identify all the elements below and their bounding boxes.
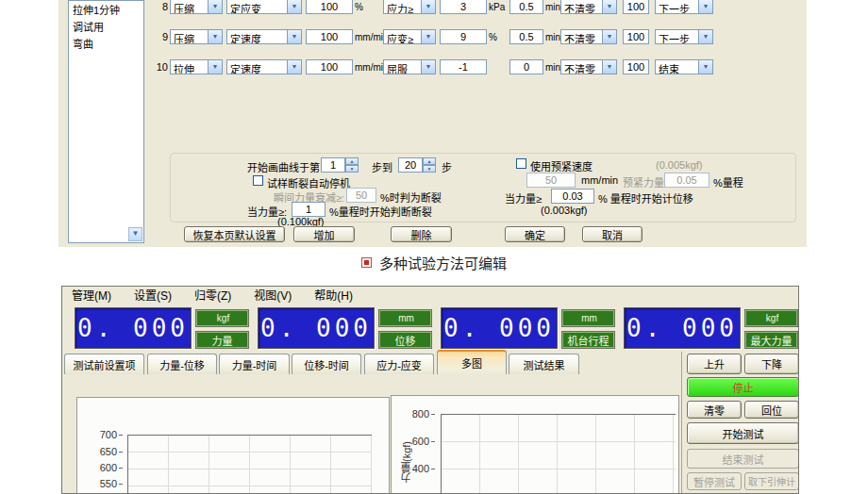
tab-displacement-time[interactable]: 位移-时间 bbox=[292, 354, 361, 374]
condition-select[interactable]: 应力≥▼ bbox=[383, 0, 436, 14]
speed-unit: mm/min bbox=[353, 62, 383, 73]
step-row: 9 压缩▼ 定速度▼ mm/min 应变≥▼ % min 不清零▼ 下一步▼ bbox=[151, 29, 774, 44]
mode-value: 压缩 bbox=[171, 30, 208, 43]
draw-from-label: 开始画曲线于第 bbox=[247, 159, 320, 174]
tab-test-results[interactable]: 测试结果 bbox=[509, 354, 579, 374]
chevron-down-icon: ▼ bbox=[698, 0, 712, 13]
start-test-button[interactable]: 开始测试 bbox=[687, 422, 799, 444]
tab-force-displacement[interactable]: 力量-位移 bbox=[147, 354, 217, 374]
control-select[interactable]: 定速度▼ bbox=[226, 59, 302, 74]
condition-select[interactable]: 屈服▼ bbox=[383, 59, 436, 74]
method-list-item[interactable]: 调试用 bbox=[69, 18, 143, 35]
preload-speed-input[interactable] bbox=[526, 173, 576, 188]
travel-unit-badge: mm bbox=[562, 310, 614, 326]
tab-stress-strain[interactable]: 应力-应变 bbox=[364, 354, 434, 374]
hold-time-input[interactable] bbox=[509, 59, 543, 74]
control-value: 定速度 bbox=[227, 30, 287, 43]
control-select[interactable]: 定速度▼ bbox=[226, 29, 302, 44]
control-value: 定速度 bbox=[227, 60, 287, 74]
hold-time-input[interactable] bbox=[509, 29, 543, 44]
condition-select[interactable]: 应变≥▼ bbox=[383, 29, 436, 44]
page: 拉伸1分钟 调试用 弯曲 ▼ 8 压缩▼ 定应变▼ % 应力≥▼ kPa min… bbox=[0, 0, 868, 494]
speed-unit: % bbox=[353, 2, 383, 12]
tab-pre-test-settings[interactable]: 测试前设置项 bbox=[64, 354, 144, 374]
mode-select[interactable]: 压缩▼ bbox=[170, 0, 223, 14]
draw-to-input[interactable] bbox=[398, 157, 423, 173]
zero-mode-value: 不清零 bbox=[561, 0, 602, 13]
tab-multi-chart[interactable]: 多图 bbox=[437, 350, 507, 374]
draw-from-input[interactable] bbox=[321, 157, 345, 173]
zero-mode-select[interactable]: 不清零▼ bbox=[560, 0, 617, 14]
decay-input[interactable] bbox=[346, 188, 376, 203]
pause-test-button[interactable]: 暂停测试 bbox=[687, 472, 742, 490]
break-stop-checkbox[interactable] bbox=[253, 175, 263, 186]
draw-to-spinner[interactable]: ▲▼ bbox=[423, 157, 436, 173]
mode-select[interactable]: 拉伸▼ bbox=[170, 59, 223, 74]
add-button[interactable]: 增加 bbox=[293, 226, 355, 242]
draw-from-spinner[interactable]: ▲▼ bbox=[345, 157, 359, 173]
method-list-item[interactable]: 弯曲 bbox=[69, 35, 143, 52]
chevron-down-icon: ▼ bbox=[698, 60, 712, 74]
range-input[interactable] bbox=[623, 29, 649, 44]
zero-mode-select[interactable]: 不清零▼ bbox=[560, 59, 617, 74]
condition-value-input[interactable] bbox=[440, 29, 487, 44]
scroll-down-button[interactable]: ▼ bbox=[128, 227, 142, 241]
preload-speed-checkbox[interactable] bbox=[516, 158, 526, 169]
draw-step-label: 步 bbox=[442, 159, 452, 174]
speed-input[interactable] bbox=[306, 59, 353, 74]
next-action-select[interactable]: 下一步▼ bbox=[655, 29, 713, 44]
chevron-down-icon: ▼ bbox=[287, 60, 301, 74]
next-action-select[interactable]: 结束▼ bbox=[655, 59, 713, 74]
chevron-down-icon: ▼ bbox=[698, 30, 712, 43]
disp-force-label: 当力量≥ bbox=[505, 190, 542, 206]
condition-value-input[interactable] bbox=[440, 59, 487, 74]
ok-button[interactable]: 确定 bbox=[505, 226, 565, 242]
range-input[interactable] bbox=[623, 0, 649, 14]
chevron-down-icon: ▼ bbox=[208, 30, 222, 43]
spinner-up-icon[interactable]: ▲ bbox=[423, 157, 436, 165]
cancel-button[interactable]: 取消 bbox=[582, 226, 643, 242]
menu-manage[interactable]: 管理(M) bbox=[62, 287, 125, 303]
menu-settings[interactable]: 设置(S) bbox=[125, 287, 185, 303]
spinner-down-icon[interactable]: ▼ bbox=[345, 165, 359, 173]
restore-defaults-button[interactable]: 恢复本页默认设置 bbox=[184, 226, 285, 242]
preload-force-input[interactable] bbox=[664, 173, 709, 188]
delete-button[interactable]: 删除 bbox=[391, 226, 452, 242]
zero-mode-select[interactable]: 不清零▼ bbox=[560, 29, 617, 44]
speed-input[interactable] bbox=[306, 0, 353, 14]
spinner-down-icon[interactable]: ▼ bbox=[423, 165, 436, 173]
condition-unit: % bbox=[487, 32, 509, 42]
up-button[interactable]: 上升 bbox=[687, 354, 742, 374]
speed-unit: mm/min bbox=[353, 32, 383, 42]
zero-button[interactable]: 清零 bbox=[687, 401, 742, 419]
disp-force-input[interactable] bbox=[551, 189, 594, 204]
displacement-display: 0. 000 bbox=[258, 307, 375, 349]
max-force-display: 0. 000 bbox=[624, 307, 741, 349]
break-force-input[interactable] bbox=[292, 202, 326, 217]
return-button[interactable]: 回位 bbox=[744, 401, 799, 419]
spinner-up-icon[interactable]: ▲ bbox=[345, 157, 359, 165]
draw-to-label: 步到 bbox=[372, 159, 392, 174]
chevron-down-icon: ▼ bbox=[132, 229, 140, 238]
end-test-button[interactable]: 结束测试 bbox=[687, 449, 799, 469]
speed-input[interactable] bbox=[306, 29, 353, 44]
next-action-select[interactable]: 下一步▼ bbox=[655, 0, 713, 14]
method-listbox[interactable]: 拉伸1分钟 调试用 弯曲 ▼ bbox=[68, 0, 144, 243]
tab-force-time[interactable]: 力量-时间 bbox=[219, 354, 290, 374]
menu-bar: 管理(M) 设置(S) 归零(Z) 视图(V) 帮助(H) bbox=[62, 287, 798, 303]
mode-select[interactable]: 压缩▼ bbox=[170, 29, 223, 44]
y-tick: 400 bbox=[407, 463, 435, 474]
range-input[interactable] bbox=[623, 59, 649, 74]
step-number: 8 bbox=[151, 1, 170, 12]
hold-time-input[interactable] bbox=[509, 0, 543, 14]
stop-button[interactable]: 停止 bbox=[687, 377, 799, 397]
method-list-item[interactable]: 拉伸1分钟 bbox=[69, 1, 143, 18]
condition-value-input[interactable] bbox=[440, 0, 487, 14]
control-select[interactable]: 定应变▼ bbox=[226, 0, 302, 14]
menu-help[interactable]: 帮助(H) bbox=[305, 287, 366, 303]
max-force-unit-badge: kgf bbox=[745, 310, 797, 326]
down-button[interactable]: 下降 bbox=[744, 354, 799, 374]
menu-view[interactable]: 视图(V) bbox=[244, 287, 305, 303]
menu-zero[interactable]: 归零(Z) bbox=[185, 287, 244, 303]
remove-extensometer-button[interactable]: 取下引伸计 bbox=[744, 472, 799, 490]
